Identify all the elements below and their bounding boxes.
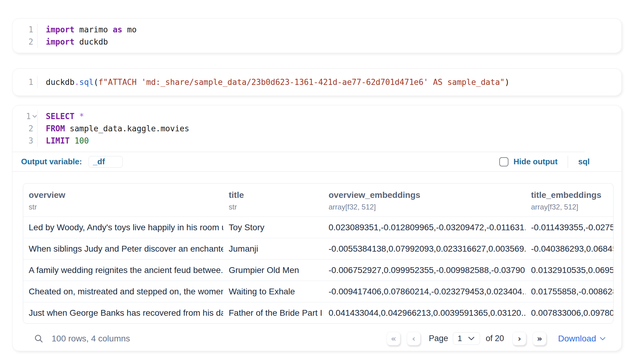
column-name: title — [229, 190, 318, 200]
code-token: import — [46, 37, 75, 46]
table-header-row: overviewstrtitlestroverview_embeddingsar… — [23, 184, 613, 217]
table-cell: Jumanji — [223, 238, 323, 259]
line-number: 1 — [13, 24, 37, 36]
code-token: mo — [122, 25, 136, 34]
row-count-summary: 100 rows, 4 columns — [52, 334, 130, 344]
code-lines[interactable]: import marimo as moimport duckdb — [38, 24, 136, 48]
code-lines[interactable]: SELECT *FROM sample_data.kaggle.moviesLI… — [38, 110, 189, 147]
code-token: ( — [94, 78, 99, 87]
table-row[interactable]: Just when George Banks has recovered fro… — [23, 302, 613, 323]
code-line: LIMIT 100 — [46, 135, 189, 147]
sql-cell-toolbar: Output variable: Hide output sql — [13, 152, 621, 172]
table-cell: -0.040386293,0.068451 — [526, 238, 613, 259]
table-cell: When siblings Judy and Peter discover an… — [23, 238, 223, 259]
download-label: Download — [558, 334, 596, 344]
page-label: Page — [429, 334, 448, 343]
column-type: array[f32, 512] — [329, 203, 520, 211]
line-number-gutter: 12 — [13, 24, 38, 48]
table-cell: Led by Woody, Andy's toys live happily i… — [23, 217, 223, 238]
table-cell: -0.011439355,-0.02752 — [526, 217, 613, 238]
table-cell: 0.01755858,-0.0086286 — [526, 281, 613, 302]
code-token: * — [79, 112, 84, 121]
code-editor[interactable]: 123 SELECT *FROM sample_data.kaggle.movi… — [13, 110, 621, 152]
next-page-button[interactable]: › — [512, 332, 526, 345]
previous-page-icon: ‹ — [412, 334, 415, 343]
hide-output-checkbox[interactable] — [499, 157, 508, 166]
code-token: as — [113, 25, 122, 34]
code-line: FROM sample_data.kaggle.movies — [46, 122, 189, 135]
line-number-gutter: 123 — [13, 110, 38, 147]
code-editor[interactable]: 1 duckdb.sql(f"ATTACH 'md:_share/sample_… — [13, 76, 621, 88]
table-row[interactable]: When siblings Judy and Peter discover an… — [23, 238, 613, 259]
line-number: 1 — [13, 110, 37, 122]
code-token: marimo — [75, 25, 113, 34]
code-line: import duckdb — [46, 36, 136, 48]
table-row[interactable]: A family wedding reignites the ancient f… — [23, 259, 613, 281]
code-token — [75, 112, 79, 121]
line-number: 2 — [13, 122, 37, 135]
code-token: 100 — [75, 136, 89, 145]
previous-page-button[interactable]: ‹ — [407, 332, 420, 345]
fold-chevron-icon[interactable] — [32, 115, 37, 118]
table-cell: 0.041433044,0.042966213,0.0039591365,0.0… — [323, 302, 526, 323]
dataframe-table: overviewstrtitlestroverview_embeddingsar… — [23, 183, 613, 324]
page-number-value: 1 — [457, 334, 462, 343]
page-total-label: of 20 — [486, 334, 504, 343]
column-header-title_embeddings[interactable]: title_embeddingsarray[f32, 512] — [526, 184, 613, 217]
code-token: sql — [79, 78, 94, 87]
table-cell: Grumpier Old Men — [223, 260, 323, 281]
table-cell: A family wedding reignites the ancient f… — [23, 260, 223, 281]
code-line: duckdb.sql(f"ATTACH 'md:_share/sample_da… — [46, 76, 509, 88]
table-cell: -0.0055384138,0.07992093,0.023316627,0.0… — [323, 238, 526, 259]
table-cell: 0.007833006,0.097801 — [526, 302, 613, 323]
code-token: sample_data.kaggle.movies — [65, 124, 189, 133]
page-number-select[interactable]: 1 — [453, 332, 480, 345]
code-token: ) — [505, 78, 510, 87]
chevron-down-icon — [468, 337, 475, 340]
output-variable-input[interactable] — [89, 156, 123, 168]
code-token: . — [75, 78, 79, 87]
code-token: duckdb — [46, 78, 75, 87]
table-row[interactable]: Cheated on, mistreated and stepped on, t… — [23, 281, 613, 302]
toolbar-divider — [568, 156, 568, 168]
last-page-button[interactable]: » — [533, 332, 546, 345]
notebook-cell-imports: 12 import marimo as moimport duckdb — [12, 18, 622, 53]
language-badge[interactable]: sql — [578, 157, 590, 166]
output-variable-label: Output variable: — [21, 157, 82, 166]
download-menu[interactable]: Download — [558, 334, 606, 344]
column-header-overview_embeddings[interactable]: overview_embeddingsarray[f32, 512] — [323, 184, 526, 217]
column-type: array[f32, 512] — [531, 203, 608, 211]
code-editor[interactable]: 12 import marimo as moimport duckdb — [13, 24, 621, 48]
code-token: import — [46, 25, 75, 34]
first-page-icon: « — [391, 334, 396, 343]
table-cell: Just when George Banks has recovered fro… — [23, 302, 223, 323]
code-token — [70, 136, 75, 145]
code-token: duckdb — [75, 37, 108, 46]
code-token: SELECT — [46, 112, 75, 121]
last-page-icon: » — [537, 334, 542, 343]
chevron-down-icon — [600, 337, 606, 340]
notebook-cell-attach: 1 duckdb.sql(f"ATTACH 'md:_share/sample_… — [12, 68, 622, 96]
column-type: str — [29, 203, 218, 211]
line-number-gutter: 1 — [13, 76, 38, 88]
code-token: f"ATTACH 'md:_share/sample_data/23b0d623… — [98, 78, 505, 87]
code-token: FROM — [46, 124, 65, 133]
table-cell: 0.023089351,-0.012809965,-0.03209472,-0.… — [323, 217, 526, 238]
cell-output: overviewstrtitlestroverview_embeddingsar… — [13, 172, 621, 351]
first-page-button[interactable]: « — [387, 332, 400, 345]
table-row[interactable]: Led by Woody, Andy's toys live happily i… — [23, 217, 613, 238]
notebook-cell-sql: 123 SELECT *FROM sample_data.kaggle.movi… — [12, 105, 622, 351]
table-cell: 0.0132910535,0.06958 — [526, 260, 613, 281]
table-cell: Toy Story — [223, 217, 323, 238]
search-icon[interactable] — [34, 334, 43, 343]
column-name: title_embeddings — [531, 190, 608, 200]
table-cell: -0.006752927,0.099952355,-0.009982588,-0… — [323, 260, 526, 281]
column-header-overview[interactable]: overviewstr — [23, 184, 223, 217]
column-name: overview — [29, 190, 218, 200]
column-header-title[interactable]: titlestr — [223, 184, 323, 217]
column-type: str — [229, 203, 318, 211]
code-lines[interactable]: duckdb.sql(f"ATTACH 'md:_share/sample_da… — [38, 76, 509, 88]
table-body: Led by Woody, Andy's toys live happily i… — [23, 217, 613, 323]
code-line: SELECT * — [46, 110, 189, 122]
table-cell: Father of the Bride Part II — [223, 302, 323, 323]
